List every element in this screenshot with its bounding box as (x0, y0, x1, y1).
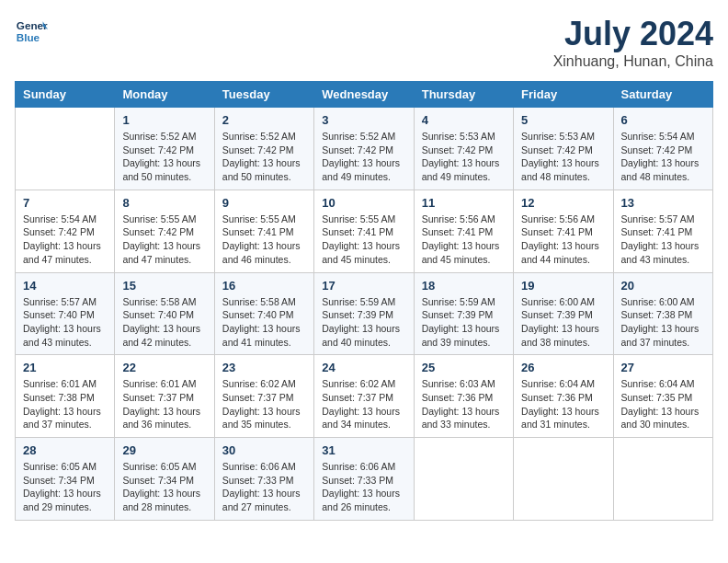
day-info: Sunrise: 5:55 AM Sunset: 7:41 PM Dayligh… (222, 213, 306, 267)
day-number: 4 (422, 113, 506, 127)
day-info: Sunrise: 6:05 AM Sunset: 7:34 PM Dayligh… (122, 460, 206, 514)
calendar-cell (613, 438, 712, 521)
day-info: Sunrise: 5:54 AM Sunset: 7:42 PM Dayligh… (621, 130, 705, 184)
day-info: Sunrise: 5:52 AM Sunset: 7:42 PM Dayligh… (322, 130, 405, 184)
day-info: Sunrise: 5:59 AM Sunset: 7:39 PM Dayligh… (422, 295, 506, 350)
calendar-cell: 30Sunrise: 6:06 AM Sunset: 7:33 PM Dayli… (214, 438, 313, 521)
day-number: 18 (422, 279, 506, 293)
calendar-cell: 10Sunrise: 5:55 AM Sunset: 7:41 PM Dayli… (314, 190, 414, 272)
calendar-cell: 27Sunrise: 6:04 AM Sunset: 7:35 PM Dayli… (613, 355, 712, 438)
day-info: Sunrise: 5:57 AM Sunset: 7:40 PM Dayligh… (23, 295, 107, 350)
day-header-saturday: Saturday (613, 82, 712, 108)
day-header-monday: Monday (115, 82, 214, 108)
calendar-cell: 24Sunrise: 6:02 AM Sunset: 7:37 PM Dayli… (314, 355, 414, 438)
day-number: 5 (521, 113, 605, 127)
day-number: 29 (122, 443, 206, 457)
calendar-cell: 9Sunrise: 5:55 AM Sunset: 7:41 PM Daylig… (214, 190, 313, 272)
calendar-cell: 21Sunrise: 6:01 AM Sunset: 7:38 PM Dayli… (16, 355, 115, 438)
day-info: Sunrise: 5:52 AM Sunset: 7:42 PM Dayligh… (122, 130, 206, 184)
day-info: Sunrise: 5:58 AM Sunset: 7:40 PM Dayligh… (122, 295, 206, 350)
day-number: 8 (122, 196, 206, 210)
calendar-cell: 3Sunrise: 5:52 AM Sunset: 7:42 PM Daylig… (314, 108, 414, 190)
day-number: 11 (422, 196, 506, 210)
day-info: Sunrise: 5:59 AM Sunset: 7:39 PM Dayligh… (322, 295, 405, 350)
calendar-cell: 4Sunrise: 5:53 AM Sunset: 7:42 PM Daylig… (414, 108, 513, 190)
calendar-table: SundayMondayTuesdayWednesdayThursdayFrid… (15, 81, 713, 521)
day-number: 28 (23, 443, 107, 457)
calendar-cell: 13Sunrise: 5:57 AM Sunset: 7:41 PM Dayli… (613, 190, 712, 272)
day-info: Sunrise: 5:56 AM Sunset: 7:41 PM Dayligh… (521, 213, 605, 267)
day-number: 9 (222, 196, 306, 210)
day-header-sunday: Sunday (16, 82, 115, 108)
day-number: 22 (122, 361, 206, 374)
day-info: Sunrise: 6:01 AM Sunset: 7:38 PM Dayligh… (23, 377, 107, 431)
day-info: Sunrise: 5:56 AM Sunset: 7:41 PM Dayligh… (422, 213, 506, 267)
day-number: 6 (621, 113, 705, 127)
svg-text:Blue: Blue (17, 31, 40, 43)
calendar-cell: 29Sunrise: 6:05 AM Sunset: 7:34 PM Dayli… (115, 438, 214, 521)
calendar-cell: 6Sunrise: 5:54 AM Sunset: 7:42 PM Daylig… (613, 108, 712, 190)
day-info: Sunrise: 6:04 AM Sunset: 7:35 PM Dayligh… (621, 377, 705, 431)
day-number: 3 (322, 113, 405, 127)
calendar-cell (514, 438, 613, 521)
header: General Blue July 2024 Xinhuang, Hunan, … (15, 15, 713, 70)
day-number: 23 (222, 361, 306, 374)
day-header-tuesday: Tuesday (214, 82, 313, 108)
calendar-cell: 8Sunrise: 5:55 AM Sunset: 7:42 PM Daylig… (115, 190, 214, 272)
day-info: Sunrise: 6:06 AM Sunset: 7:33 PM Dayligh… (222, 460, 306, 514)
day-number: 10 (322, 196, 405, 210)
calendar-cell: 18Sunrise: 5:59 AM Sunset: 7:39 PM Dayli… (414, 272, 513, 355)
week-row-4: 21Sunrise: 6:01 AM Sunset: 7:38 PM Dayli… (16, 355, 713, 438)
day-number: 21 (23, 361, 107, 374)
calendar-cell: 5Sunrise: 5:53 AM Sunset: 7:42 PM Daylig… (514, 108, 613, 190)
day-info: Sunrise: 6:04 AM Sunset: 7:36 PM Dayligh… (521, 377, 605, 431)
week-row-2: 7Sunrise: 5:54 AM Sunset: 7:42 PM Daylig… (16, 190, 713, 272)
calendar-cell: 12Sunrise: 5:56 AM Sunset: 7:41 PM Dayli… (514, 190, 613, 272)
day-number: 17 (322, 279, 405, 293)
logo: General Blue (15, 15, 48, 48)
main-title: July 2024 (553, 15, 713, 53)
day-number: 24 (322, 361, 405, 374)
day-info: Sunrise: 6:06 AM Sunset: 7:33 PM Dayligh… (322, 460, 405, 514)
day-header-thursday: Thursday (414, 82, 513, 108)
day-info: Sunrise: 5:57 AM Sunset: 7:41 PM Dayligh… (621, 213, 705, 267)
calendar-cell: 15Sunrise: 5:58 AM Sunset: 7:40 PM Dayli… (115, 272, 214, 355)
day-number: 31 (322, 443, 405, 457)
day-info: Sunrise: 5:53 AM Sunset: 7:42 PM Dayligh… (422, 130, 506, 184)
day-number: 7 (23, 196, 107, 210)
day-info: Sunrise: 5:52 AM Sunset: 7:42 PM Dayligh… (222, 130, 306, 184)
day-number: 27 (621, 361, 705, 374)
day-info: Sunrise: 6:05 AM Sunset: 7:34 PM Dayligh… (23, 460, 107, 514)
calendar-cell (16, 108, 115, 190)
day-info: Sunrise: 6:01 AM Sunset: 7:37 PM Dayligh… (122, 377, 206, 431)
day-number: 30 (222, 443, 306, 457)
day-info: Sunrise: 6:00 AM Sunset: 7:38 PM Dayligh… (621, 295, 705, 350)
logo-icon: General Blue (15, 15, 48, 48)
day-number: 25 (422, 361, 506, 374)
calendar-cell: 31Sunrise: 6:06 AM Sunset: 7:33 PM Dayli… (314, 438, 414, 521)
calendar-cell: 1Sunrise: 5:52 AM Sunset: 7:42 PM Daylig… (115, 108, 214, 190)
day-info: Sunrise: 5:58 AM Sunset: 7:40 PM Dayligh… (222, 295, 306, 350)
day-number: 19 (521, 279, 605, 293)
day-header-wednesday: Wednesday (314, 82, 414, 108)
day-info: Sunrise: 6:02 AM Sunset: 7:37 PM Dayligh… (322, 377, 405, 431)
calendar-cell: 2Sunrise: 5:52 AM Sunset: 7:42 PM Daylig… (214, 108, 313, 190)
day-info: Sunrise: 6:03 AM Sunset: 7:36 PM Dayligh… (422, 377, 506, 431)
day-info: Sunrise: 5:53 AM Sunset: 7:42 PM Dayligh… (521, 130, 605, 184)
day-number: 13 (621, 196, 705, 210)
day-number: 2 (222, 113, 306, 127)
day-info: Sunrise: 5:55 AM Sunset: 7:41 PM Dayligh… (322, 213, 405, 267)
calendar-cell: 20Sunrise: 6:00 AM Sunset: 7:38 PM Dayli… (613, 272, 712, 355)
subtitle: Xinhuang, Hunan, China (553, 53, 713, 70)
day-number: 15 (122, 279, 206, 293)
calendar-cell: 26Sunrise: 6:04 AM Sunset: 7:36 PM Dayli… (514, 355, 613, 438)
calendar-cell: 11Sunrise: 5:56 AM Sunset: 7:41 PM Dayli… (414, 190, 513, 272)
calendar-cell: 22Sunrise: 6:01 AM Sunset: 7:37 PM Dayli… (115, 355, 214, 438)
calendar-cell: 19Sunrise: 6:00 AM Sunset: 7:39 PM Dayli… (514, 272, 613, 355)
week-row-3: 14Sunrise: 5:57 AM Sunset: 7:40 PM Dayli… (16, 272, 713, 355)
calendar-cell: 23Sunrise: 6:02 AM Sunset: 7:37 PM Dayli… (214, 355, 313, 438)
day-number: 20 (621, 279, 705, 293)
title-section: July 2024 Xinhuang, Hunan, China (553, 15, 713, 70)
day-number: 16 (222, 279, 306, 293)
day-number: 12 (521, 196, 605, 210)
